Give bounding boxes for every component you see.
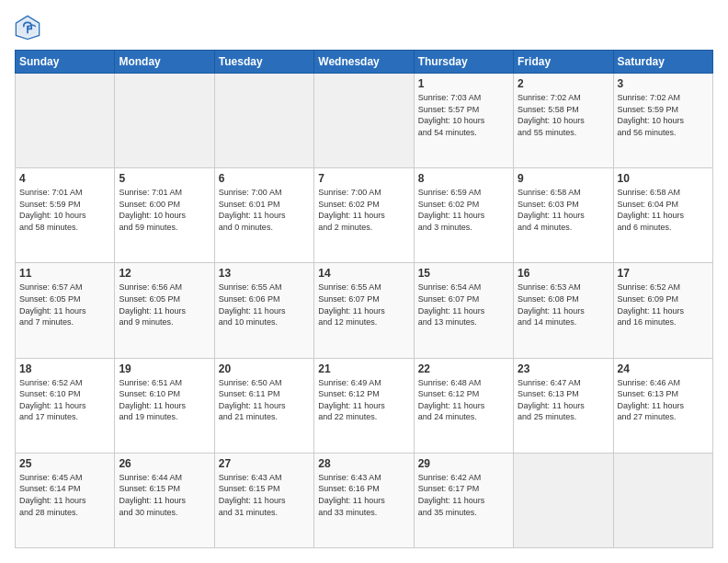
- day-info: Sunrise: 6:48 AM Sunset: 6:12 PM Dayligh…: [418, 377, 509, 423]
- calendar-cell: [115, 74, 214, 168]
- day-info: Sunrise: 6:54 AM Sunset: 6:07 PM Dayligh…: [418, 282, 509, 327]
- day-number: 22: [418, 362, 509, 375]
- day-number: 25: [19, 457, 110, 470]
- day-number: 19: [119, 362, 210, 375]
- calendar-cell: 26Sunrise: 6:44 AM Sunset: 6:15 PM Dayli…: [115, 453, 214, 547]
- day-number: 16: [518, 267, 609, 280]
- calendar-cell: [314, 74, 414, 168]
- day-info: Sunrise: 6:49 AM Sunset: 6:12 PM Dayligh…: [318, 377, 409, 423]
- day-number: 11: [19, 267, 110, 280]
- day-info: Sunrise: 7:03 AM Sunset: 5:57 PM Dayligh…: [418, 92, 509, 138]
- calendar-cell: [514, 453, 613, 547]
- day-number: 1: [418, 77, 509, 90]
- calendar-cell: 1Sunrise: 7:03 AM Sunset: 5:57 PM Daylig…: [414, 74, 513, 168]
- day-info: Sunrise: 6:43 AM Sunset: 6:15 PM Dayligh…: [219, 472, 310, 518]
- calendar-cell: 18Sunrise: 6:52 AM Sunset: 6:10 PM Dayli…: [16, 358, 115, 453]
- day-info: Sunrise: 6:59 AM Sunset: 6:02 PM Dayligh…: [418, 187, 509, 233]
- day-number: 12: [119, 267, 210, 280]
- calendar-cell: 12Sunrise: 6:56 AM Sunset: 6:05 PM Dayli…: [115, 263, 214, 358]
- day-number: 7: [318, 172, 409, 185]
- day-info: Sunrise: 6:55 AM Sunset: 6:06 PM Dayligh…: [219, 282, 310, 327]
- day-number: 14: [318, 267, 409, 280]
- calendar-cell: 3Sunrise: 7:02 AM Sunset: 5:59 PM Daylig…: [613, 74, 712, 168]
- day-number: 10: [618, 172, 709, 185]
- day-info: Sunrise: 6:42 AM Sunset: 6:17 PM Dayligh…: [418, 472, 509, 518]
- day-info: Sunrise: 6:51 AM Sunset: 6:10 PM Dayligh…: [119, 377, 210, 423]
- calendar-cell: 15Sunrise: 6:54 AM Sunset: 6:07 PM Dayli…: [414, 263, 513, 358]
- day-info: Sunrise: 6:52 AM Sunset: 6:09 PM Dayligh…: [618, 282, 709, 327]
- calendar-cell: 27Sunrise: 6:43 AM Sunset: 6:15 PM Dayli…: [214, 453, 313, 547]
- calendar-cell: 22Sunrise: 6:48 AM Sunset: 6:12 PM Dayli…: [414, 358, 513, 453]
- day-info: Sunrise: 6:56 AM Sunset: 6:05 PM Dayligh…: [119, 282, 210, 327]
- calendar-cell: 8Sunrise: 6:59 AM Sunset: 6:02 PM Daylig…: [414, 168, 513, 263]
- logo: [15, 15, 44, 40]
- day-number: 18: [19, 362, 110, 375]
- calendar-cell: 20Sunrise: 6:50 AM Sunset: 6:11 PM Dayli…: [214, 358, 313, 453]
- calendar-week-row: 11Sunrise: 6:57 AM Sunset: 6:05 PM Dayli…: [16, 263, 713, 358]
- weekday-header: Wednesday: [314, 51, 414, 74]
- day-number: 27: [219, 457, 310, 470]
- calendar-cell: 21Sunrise: 6:49 AM Sunset: 6:12 PM Dayli…: [314, 358, 414, 453]
- day-info: Sunrise: 6:58 AM Sunset: 6:04 PM Dayligh…: [618, 187, 709, 233]
- day-info: Sunrise: 6:46 AM Sunset: 6:13 PM Dayligh…: [618, 377, 709, 423]
- day-info: Sunrise: 6:58 AM Sunset: 6:03 PM Dayligh…: [518, 187, 609, 233]
- day-number: 9: [518, 172, 609, 185]
- day-number: 26: [119, 457, 210, 470]
- day-info: Sunrise: 6:44 AM Sunset: 6:15 PM Dayligh…: [119, 472, 210, 518]
- logo-icon: [15, 15, 40, 40]
- calendar-week-row: 4Sunrise: 7:01 AM Sunset: 5:59 PM Daylig…: [16, 168, 713, 263]
- calendar-cell: [16, 74, 115, 168]
- weekday-header: Tuesday: [214, 51, 313, 74]
- calendar-week-row: 18Sunrise: 6:52 AM Sunset: 6:10 PM Dayli…: [16, 358, 713, 453]
- day-info: Sunrise: 6:53 AM Sunset: 6:08 PM Dayligh…: [518, 282, 609, 327]
- calendar-cell: 23Sunrise: 6:47 AM Sunset: 6:13 PM Dayli…: [514, 358, 613, 453]
- day-info: Sunrise: 6:57 AM Sunset: 6:05 PM Dayligh…: [19, 282, 110, 327]
- day-info: Sunrise: 7:00 AM Sunset: 6:01 PM Dayligh…: [219, 187, 310, 233]
- day-info: Sunrise: 7:02 AM Sunset: 5:58 PM Dayligh…: [518, 92, 609, 138]
- day-number: 2: [518, 77, 609, 90]
- day-info: Sunrise: 6:45 AM Sunset: 6:14 PM Dayligh…: [19, 472, 110, 518]
- weekday-header: Sunday: [16, 51, 115, 74]
- calendar-week-row: 1Sunrise: 7:03 AM Sunset: 5:57 PM Daylig…: [16, 74, 713, 168]
- day-info: Sunrise: 7:01 AM Sunset: 6:00 PM Dayligh…: [119, 187, 210, 233]
- weekday-header: Saturday: [613, 51, 712, 74]
- day-number: 8: [418, 172, 509, 185]
- day-number: 13: [219, 267, 310, 280]
- calendar-cell: 28Sunrise: 6:43 AM Sunset: 6:16 PM Dayli…: [314, 453, 414, 547]
- day-info: Sunrise: 6:55 AM Sunset: 6:07 PM Dayligh…: [318, 282, 409, 327]
- page: SundayMondayTuesdayWednesdayThursdayFrid…: [0, 0, 728, 563]
- calendar-cell: [214, 74, 313, 168]
- header: [15, 15, 713, 40]
- day-number: 3: [618, 77, 709, 90]
- weekday-header: Thursday: [414, 51, 513, 74]
- calendar-week-row: 25Sunrise: 6:45 AM Sunset: 6:14 PM Dayli…: [16, 453, 713, 547]
- day-number: 5: [119, 172, 210, 185]
- calendar-cell: 10Sunrise: 6:58 AM Sunset: 6:04 PM Dayli…: [613, 168, 712, 263]
- calendar-cell: 6Sunrise: 7:00 AM Sunset: 6:01 PM Daylig…: [214, 168, 313, 263]
- calendar-cell: 4Sunrise: 7:01 AM Sunset: 5:59 PM Daylig…: [16, 168, 115, 263]
- calendar-cell: 24Sunrise: 6:46 AM Sunset: 6:13 PM Dayli…: [613, 358, 712, 453]
- calendar-cell: 5Sunrise: 7:01 AM Sunset: 6:00 PM Daylig…: [115, 168, 214, 263]
- day-number: 28: [318, 457, 409, 470]
- day-number: 4: [19, 172, 110, 185]
- calendar-cell: 19Sunrise: 6:51 AM Sunset: 6:10 PM Dayli…: [115, 358, 214, 453]
- weekday-header: Friday: [514, 51, 613, 74]
- day-info: Sunrise: 7:01 AM Sunset: 5:59 PM Dayligh…: [19, 187, 110, 233]
- day-number: 17: [618, 267, 709, 280]
- calendar-cell: 25Sunrise: 6:45 AM Sunset: 6:14 PM Dayli…: [16, 453, 115, 547]
- day-number: 6: [219, 172, 310, 185]
- day-info: Sunrise: 7:00 AM Sunset: 6:02 PM Dayligh…: [318, 187, 409, 233]
- calendar-cell: 13Sunrise: 6:55 AM Sunset: 6:06 PM Dayli…: [214, 263, 313, 358]
- day-info: Sunrise: 6:47 AM Sunset: 6:13 PM Dayligh…: [518, 377, 609, 423]
- weekday-header: Monday: [115, 51, 214, 74]
- day-number: 23: [518, 362, 609, 375]
- day-number: 21: [318, 362, 409, 375]
- day-number: 20: [219, 362, 310, 375]
- day-info: Sunrise: 7:02 AM Sunset: 5:59 PM Dayligh…: [618, 92, 709, 138]
- day-info: Sunrise: 6:52 AM Sunset: 6:10 PM Dayligh…: [19, 377, 110, 423]
- calendar-table: SundayMondayTuesdayWednesdayThursdayFrid…: [15, 50, 713, 548]
- calendar-cell: 9Sunrise: 6:58 AM Sunset: 6:03 PM Daylig…: [514, 168, 613, 263]
- calendar-cell: 11Sunrise: 6:57 AM Sunset: 6:05 PM Dayli…: [16, 263, 115, 358]
- calendar-cell: 2Sunrise: 7:02 AM Sunset: 5:58 PM Daylig…: [514, 74, 613, 168]
- calendar-cell: 17Sunrise: 6:52 AM Sunset: 6:09 PM Dayli…: [613, 263, 712, 358]
